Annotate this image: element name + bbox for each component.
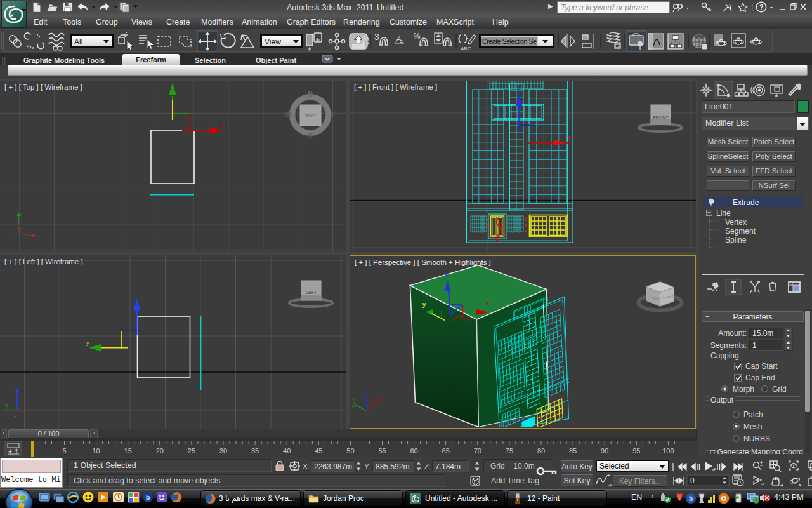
svg-text:3: 3 <box>374 32 379 42</box>
svg-text:30: 30 <box>219 447 227 455</box>
svg-text:15: 15 <box>124 447 132 455</box>
svg-text:60: 60 <box>410 447 417 455</box>
svg-text:z: z <box>15 232 18 237</box>
svg-text:10: 10 <box>92 447 100 455</box>
svg-text:100: 100 <box>662 447 674 455</box>
svg-text:N: N <box>308 91 312 98</box>
svg-text:x: x <box>221 123 225 129</box>
svg-text:W: W <box>285 112 291 119</box>
svg-text:LEFT: LEFT <box>306 290 317 295</box>
svg-text:ABC: ABC <box>461 46 471 51</box>
svg-text:S: S <box>308 133 313 140</box>
svg-text:z: z <box>517 84 520 91</box>
svg-text:y: y <box>19 211 22 217</box>
svg-text:75: 75 <box>506 447 513 455</box>
svg-text:x: x <box>486 299 490 307</box>
svg-text:25: 25 <box>188 447 195 455</box>
svg-text:b: b <box>689 495 693 502</box>
svg-text:50: 50 <box>346 447 354 455</box>
svg-text:55: 55 <box>378 447 386 455</box>
svg-text:70: 70 <box>474 447 481 455</box>
svg-text:y: y <box>353 395 356 401</box>
svg-text:TOP: TOP <box>305 113 316 119</box>
svg-text:90: 90 <box>601 447 608 455</box>
svg-text:View: View <box>265 37 281 46</box>
svg-text:z: z <box>364 389 367 395</box>
svg-text:FRONT: FRONT <box>653 116 669 120</box>
svg-text:z: z <box>15 413 17 418</box>
svg-text:40: 40 <box>283 447 291 455</box>
svg-text:85: 85 <box>569 447 577 455</box>
svg-text:y: y <box>422 300 427 308</box>
svg-text:80: 80 <box>537 447 545 455</box>
svg-text:35: 35 <box>251 447 259 455</box>
svg-text:65: 65 <box>442 447 450 455</box>
svg-text:z: z <box>445 269 449 277</box>
svg-text:All: All <box>74 37 82 46</box>
svg-text:y: y <box>86 340 89 346</box>
svg-text:20: 20 <box>156 447 164 455</box>
svg-text:z: z <box>134 291 138 297</box>
svg-text:%: % <box>414 32 421 41</box>
svg-text:0: 0 <box>690 476 695 485</box>
svg-text:Create Selection Se: Create Selection Se <box>482 37 537 45</box>
svg-text:y: y <box>5 403 8 408</box>
svg-text:b: b <box>146 493 150 501</box>
svg-text:5: 5 <box>62 447 66 455</box>
svg-text:45: 45 <box>315 447 322 455</box>
svg-text:E: E <box>331 112 335 119</box>
svg-text:95: 95 <box>632 447 640 455</box>
svg-text:?: ? <box>759 3 764 11</box>
